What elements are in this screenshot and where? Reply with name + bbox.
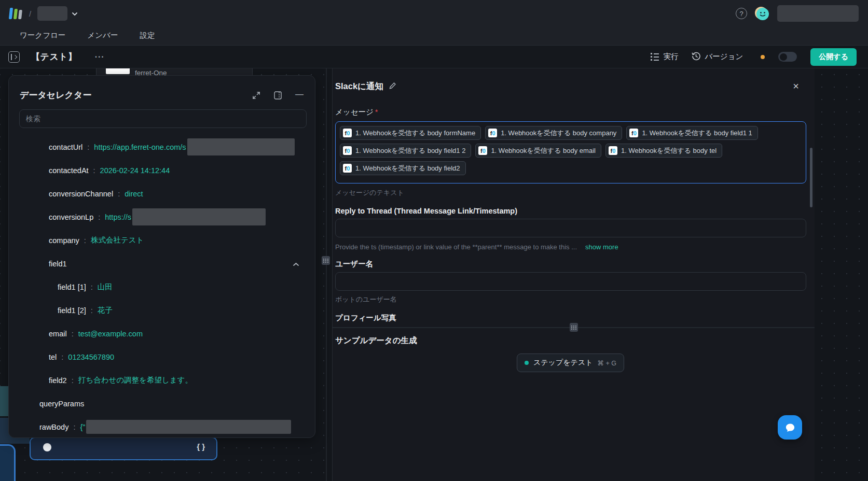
chevron-down-icon[interactable]: [72, 9, 78, 18]
json-braces-icon: { }: [197, 442, 205, 451]
tab-workflow[interactable]: ワークフロー: [20, 31, 65, 40]
shortcut-hint: ⌘ + G: [598, 359, 616, 367]
reply-hint: Provide the ts (timestamp) or link value…: [335, 243, 577, 251]
user-name-redacted: [777, 5, 859, 22]
top-bar: / ?: [0, 0, 868, 27]
expand-icon[interactable]: [252, 91, 260, 100]
version-button[interactable]: バージョン: [692, 52, 743, 62]
tree-row[interactable]: field2:打ち合わせの調整を希望します。: [9, 369, 315, 392]
tree-row[interactable]: rawBody:{": [9, 415, 315, 438]
required-mark: *: [375, 108, 378, 116]
test-step-button[interactable]: ステップをテスト ⌘ + G: [517, 353, 624, 372]
field-badge-icon: f0: [343, 164, 352, 173]
app-header: / ? ワークフロー メンバー 設定: [0, 0, 868, 46]
run-list-icon: [651, 53, 659, 61]
tree-row[interactable]: email:test@example.com: [9, 322, 315, 345]
chat-icon: [784, 421, 796, 434]
reply-to-thread-label: Reply to Thread (Thread Message Link/Tim…: [335, 207, 806, 215]
dock-panel-icon[interactable]: [274, 91, 282, 100]
scrollbar-thumb[interactable]: [810, 148, 812, 207]
username-hint: ボットのユーザー名: [335, 295, 806, 304]
username-label: ユーザー名: [335, 259, 806, 269]
support-chat-button[interactable]: [778, 415, 802, 440]
variable-chip[interactable]: f01. Webhookを受信する body company: [485, 126, 622, 140]
field-badge-icon: f0: [609, 146, 617, 155]
message-label: メッセージ*: [335, 107, 806, 117]
data-selector-title: データセレクター: [20, 89, 91, 101]
publish-button[interactable]: 公開する: [810, 48, 857, 66]
variable-chip[interactable]: f01. Webhookを受信する body email: [475, 144, 601, 158]
help-icon[interactable]: ?: [736, 8, 747, 19]
variable-chip[interactable]: f01. Webhookを受信する body tel: [605, 144, 722, 158]
variable-chip[interactable]: f01. Webhookを受信する body field1 2: [340, 144, 471, 158]
field-badge-icon: f0: [343, 146, 352, 155]
tab-members[interactable]: メンバー: [87, 31, 118, 40]
data-selector-panel: データセレクター — contactUrl:https://app.ferret…: [8, 75, 315, 438]
message-hint: メッセージのテキスト: [335, 188, 806, 197]
redacted-value: [86, 420, 291, 434]
tree-row[interactable]: contactedAt:2026-02-24 14:12:44: [9, 159, 315, 182]
tree-row[interactable]: field1 [1]:山田: [9, 275, 315, 299]
panel-title: Slackに通知: [335, 81, 383, 92]
minimize-icon[interactable]: —: [295, 90, 304, 99]
tree-row[interactable]: conversionLp:https://s: [9, 205, 315, 229]
redacted-value: [187, 138, 295, 155]
search-input[interactable]: [19, 109, 307, 128]
edit-pencil-icon[interactable]: [389, 82, 396, 92]
more-menu-icon[interactable]: ···: [95, 52, 105, 62]
selected-node-outline-fragment: [0, 444, 16, 481]
step-icon: [43, 443, 51, 451]
tree-row[interactable]: company:株式会社テスト: [9, 229, 315, 252]
publish-toggle[interactable]: [778, 52, 797, 62]
breadcrumb-separator: /: [29, 9, 31, 18]
field-badge-icon: f0: [629, 129, 638, 137]
vertical-resize-handle[interactable]: [322, 256, 330, 265]
tree-row[interactable]: conversionChannel:direct: [9, 182, 315, 205]
tree-row-group[interactable]: field1: [9, 252, 315, 275]
avatar[interactable]: [754, 6, 770, 21]
tree-row[interactable]: field1 [2]:花子: [9, 299, 315, 322]
tab-settings[interactable]: 設定: [140, 31, 155, 40]
draft-status-dot: [761, 55, 765, 59]
variable-chip[interactable]: f01. Webhookを受信する body field2: [340, 161, 466, 175]
field-badge-icon: f0: [488, 129, 497, 137]
data-tree: contactUrl:https://app.ferret-one.com/s …: [9, 128, 315, 438]
app-root: / ? ワークフロー メンバー 設定: [0, 0, 868, 481]
field-badge-icon: f0: [343, 129, 352, 137]
workspace-name-redacted[interactable]: [37, 6, 67, 21]
tree-row[interactable]: contactUrl:https://app.ferret-one.com/s: [9, 135, 315, 159]
variable-chip[interactable]: f01. Webhookを受信する body field1 1: [626, 126, 757, 140]
profile-photo-label: プロフィール写真: [335, 313, 806, 323]
panel-divider: [326, 68, 327, 481]
reply-to-thread-input[interactable]: [335, 219, 806, 237]
sidebar-expand-icon[interactable]: [8, 51, 20, 63]
history-clock-icon: [692, 52, 700, 62]
show-more-link[interactable]: show more: [585, 243, 618, 251]
variable-chip[interactable]: f01. Webhookを受信する body formName: [340, 126, 481, 140]
workflow-toolbar: 【テスト】 ··· 実行 バージョン 公開する: [0, 46, 868, 68]
slack-config-panel: × Slackに通知 メッセージ* f01. Webhookを受信する body…: [332, 67, 815, 481]
username-input[interactable]: [335, 272, 806, 291]
webhook-step-card-partial[interactable]: { }: [30, 437, 217, 460]
chevron-up-icon[interactable]: [293, 260, 299, 268]
tree-row[interactable]: tel:01234567890: [9, 345, 315, 369]
run-button[interactable]: 実行: [651, 52, 678, 62]
sample-data-heading: サンプルデータの生成: [335, 335, 806, 346]
horizontal-resize-handle[interactable]: [570, 323, 578, 332]
redacted-value: [132, 208, 266, 225]
main-nav: ワークフロー メンバー 設定: [0, 27, 868, 46]
horizontal-divider: [333, 327, 815, 328]
tree-row-group[interactable]: queryParams: [9, 392, 315, 415]
app-logo-icon[interactable]: [9, 8, 22, 19]
field-badge-icon: f0: [478, 146, 487, 155]
step-logo-redacted: [106, 68, 130, 74]
workflow-title: 【テスト】: [31, 51, 77, 63]
status-dot: [525, 361, 529, 365]
close-icon[interactable]: ×: [793, 81, 799, 91]
message-field[interactable]: f01. Webhookを受信する body formName f01. Web…: [335, 121, 806, 183]
